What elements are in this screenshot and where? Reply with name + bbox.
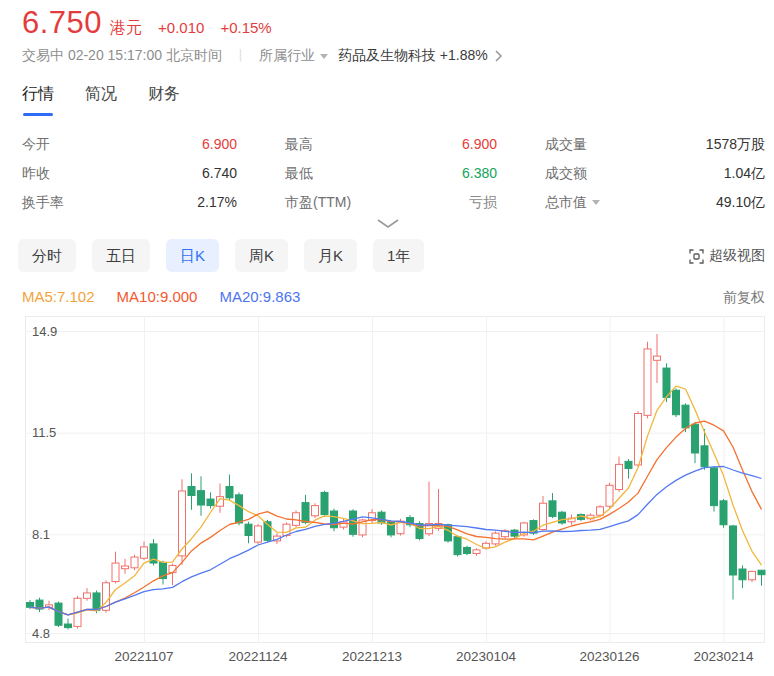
stat-turnover-rate: 换手率2.17%: [22, 188, 237, 217]
tab-financials[interactable]: 财务: [148, 84, 180, 116]
currency-label: 港元: [110, 18, 142, 39]
stat-value: 49.10亿: [716, 188, 765, 217]
stat-value: 6.380: [462, 159, 497, 188]
ma-indicator-row: MA5:7.102MA10:9.000MA20:9.863: [22, 288, 300, 305]
nav-tabs: 行情 简况 财务: [22, 84, 180, 116]
svg-text:14.9: 14.9: [32, 324, 57, 339]
tab-quotes[interactable]: 行情: [22, 84, 54, 116]
expand-stats-chevron-icon[interactable]: [376, 215, 400, 233]
period-tab-daily-k[interactable]: 日K: [166, 239, 219, 272]
stat-open-today: 今开6.900: [22, 130, 237, 159]
divider: 丨: [234, 47, 247, 65]
stat-amount: 成交额1.04亿: [545, 159, 765, 188]
ma10-label: MA10:9.000: [117, 288, 198, 305]
ma20-label: MA20:9.863: [219, 288, 300, 305]
period-tab-weekly-k[interactable]: 周K: [235, 239, 288, 272]
period-tab-five-day[interactable]: 五日: [92, 239, 150, 272]
stat-value: 1578万股: [706, 130, 765, 159]
svg-text:4.8: 4.8: [32, 626, 50, 641]
svg-text:20230104: 20230104: [456, 649, 517, 664]
stat-high: 最高6.900: [285, 130, 497, 159]
dropdown-caret-icon: [592, 200, 600, 205]
price-change-pct: +0.15%: [220, 19, 271, 36]
stat-label: 成交额: [545, 159, 587, 188]
industry-name: 药品及生物科技 +1.88%: [338, 47, 488, 65]
stat-volume: 成交量1578万股: [545, 130, 765, 159]
period-tab-monthly-k[interactable]: 月K: [304, 239, 357, 272]
tab-profile[interactable]: 简况: [85, 84, 117, 116]
stat-label: 成交量: [545, 130, 587, 159]
stat-value: 1.04亿: [724, 159, 765, 188]
stat-market-cap[interactable]: 总市值49.10亿: [545, 188, 765, 217]
super-view-label: 超级视图: [709, 247, 765, 265]
candlestick-chart[interactable]: 14.911.58.14.820221107202211242022121320…: [0, 316, 774, 676]
dropdown-caret-icon: [320, 54, 328, 59]
super-view-icon: [689, 249, 704, 264]
chart-grid: [25, 316, 765, 643]
stat-label: 最高: [285, 130, 313, 159]
ma5-label: MA5:7.102: [22, 288, 95, 305]
stats-row: 今开6.900最高6.900成交量1578万股: [0, 130, 774, 159]
chevron-right-icon: [494, 49, 503, 63]
stat-low: 最低6.380: [285, 159, 497, 188]
svg-text:20221124: 20221124: [228, 649, 288, 664]
stat-pe-ttm: 市盈(TTM)亏损: [285, 188, 497, 217]
stat-label: 市盈(TTM): [285, 188, 351, 217]
svg-text:20230126: 20230126: [579, 649, 639, 664]
current-price: 6.750: [22, 5, 102, 41]
chart-svg: 14.911.58.14.820221107202211242022121320…: [0, 316, 774, 676]
stat-value: 6.900: [202, 130, 237, 159]
stat-label: 最低: [285, 159, 313, 188]
candles: [27, 334, 766, 629]
svg-text:20230214: 20230214: [693, 649, 754, 664]
ma-lines: [30, 386, 762, 615]
stat-prev-close: 昨收6.740: [22, 159, 237, 188]
stat-value: 2.17%: [197, 188, 237, 217]
trading-status: 交易中 02-20 15:17:00 北京时间: [22, 47, 222, 65]
price-change: +0.010: [158, 19, 204, 36]
status-row: 交易中 02-20 15:17:00 北京时间 丨 所属行业 药品及生物科技 +…: [22, 47, 503, 65]
period-tab-one-year[interactable]: 1年: [373, 239, 424, 272]
industry-selector[interactable]: 所属行业 药品及生物科技 +1.88%: [259, 47, 503, 65]
stat-label: 昨收: [22, 159, 50, 188]
svg-text:11.5: 11.5: [32, 425, 56, 440]
stat-label: 总市值: [545, 188, 600, 217]
stats-row: 换手率2.17%市盈(TTM)亏损总市值49.10亿: [0, 188, 774, 217]
price-row: 6.750 港元 +0.010 +0.15%: [22, 5, 272, 41]
svg-text:20221107: 20221107: [114, 649, 173, 664]
stat-label: 换手率: [22, 188, 64, 217]
stat-value: 亏损: [469, 188, 497, 217]
period-tab-intraday[interactable]: 分时: [18, 239, 76, 272]
adjust-mode-selector[interactable]: 前复权: [723, 289, 765, 307]
svg-text:20221213: 20221213: [342, 649, 402, 664]
stats-grid: 今开6.900最高6.900成交量1578万股昨收6.740最低6.380成交额…: [0, 130, 774, 217]
stat-value: 6.900: [462, 130, 497, 159]
super-view-button[interactable]: 超级视图: [689, 247, 765, 265]
period-tabs: 分时五日日K周K月K1年: [18, 239, 424, 272]
stats-row: 昨收6.740最低6.380成交额1.04亿: [0, 159, 774, 188]
stat-value: 6.740: [202, 159, 237, 188]
svg-text:8.1: 8.1: [32, 527, 50, 542]
industry-label: 所属行业: [259, 47, 315, 65]
stat-label: 今开: [22, 130, 50, 159]
